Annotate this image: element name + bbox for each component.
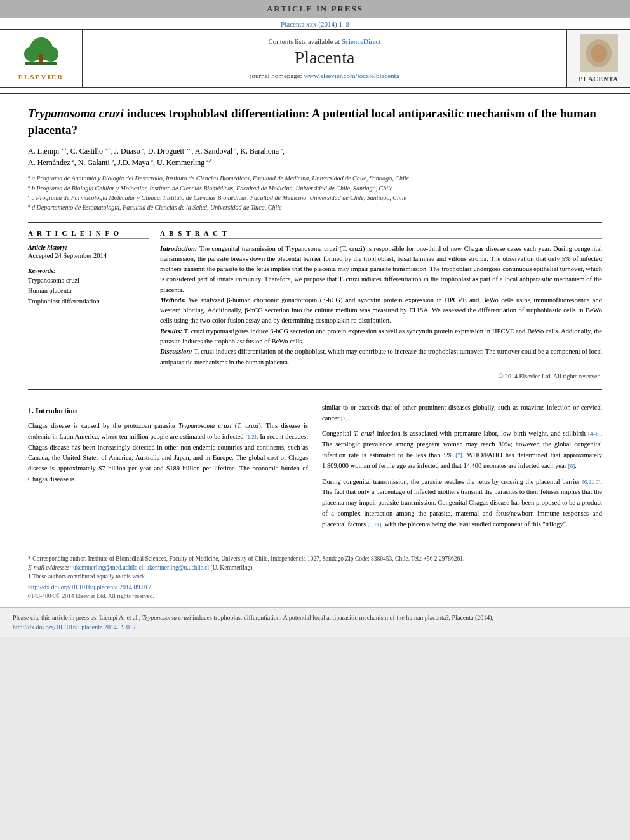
sciencedirect-text: Contents lists available at bbox=[268, 37, 340, 45]
body-col-right: similar to or exceeds that of other prom… bbox=[322, 403, 602, 530]
placenta-image bbox=[580, 34, 618, 72]
svg-point-2 bbox=[24, 46, 39, 62]
homepage-line: journal homepage: www.elsevier.com/locat… bbox=[250, 72, 399, 79]
article-title: Trypanosoma cruzi induces trophoblast di… bbox=[28, 105, 602, 138]
footnotes: * Corresponding author. Institute of Bio… bbox=[0, 542, 630, 582]
affiliation-d: d d Departamento de Estomatología, Facul… bbox=[28, 203, 602, 212]
section-divider bbox=[28, 222, 602, 223]
affiliations: a a Programa de Anatomía y Biología del … bbox=[28, 173, 602, 212]
keyword-3: Trophoblast differentiation bbox=[28, 297, 149, 307]
intro-para-2: similar to or exceeds that of other prom… bbox=[322, 403, 602, 424]
info-abstract-columns: A R T I C L E I N F O Article history: A… bbox=[28, 229, 602, 380]
body-columns: 1. Introduction Chagas disease is caused… bbox=[28, 403, 602, 530]
sciencedirect-link[interactable]: ScienceDirect bbox=[342, 37, 381, 45]
homepage-link[interactable]: www.elsevier.com/locate/placenta bbox=[304, 72, 399, 79]
journal-citation: Placenta xxx (2014) 1–8 bbox=[0, 18, 630, 29]
methods-label: Methods: bbox=[160, 297, 186, 303]
elsevier-tree-icon bbox=[19, 36, 64, 71]
banner-text: ARTICLE IN PRESS bbox=[267, 4, 363, 13]
history-label: Article history: bbox=[28, 244, 149, 251]
kemmerling-note: (U. Kemmerling). bbox=[211, 564, 254, 571]
section-number: 1. bbox=[28, 406, 34, 415]
placenta-logo-box: PLACENTA bbox=[566, 30, 630, 87]
section-title-text: Introduction bbox=[36, 406, 77, 415]
title-italic-part: Trypanosoma cruzi bbox=[28, 107, 124, 120]
citation-doi-link[interactable]: http://dx.doi.org/10.1016/j.placenta.201… bbox=[13, 623, 136, 630]
citation-bar-title: Trypanosoma cruzi bbox=[142, 614, 191, 621]
journal-center: Contents lists available at ScienceDirec… bbox=[83, 30, 566, 87]
body-content: 1. Introduction Chagas disease is caused… bbox=[0, 403, 630, 537]
email-note: E-mail addresses: ukemmerling@med.uchile… bbox=[28, 563, 602, 572]
homepage-text: journal homepage: bbox=[250, 72, 302, 79]
email-label: E-mail addresses: bbox=[28, 564, 72, 571]
email-link-2[interactable]: ukemmerling@u.uchile.cl bbox=[146, 564, 209, 571]
equal-contrib-note: 1 These authors contributed equally to t… bbox=[28, 572, 602, 581]
body-divider bbox=[28, 389, 602, 390]
abstract-header: A B S T R A C T bbox=[160, 229, 602, 239]
intro-para-4: During congenital transmission, the para… bbox=[322, 477, 602, 530]
discussion-label: Discussion: bbox=[160, 348, 192, 355]
elsevier-logo-box: ELSEVIER bbox=[0, 30, 83, 87]
results-label: Results: bbox=[160, 328, 182, 335]
keyword-2: Human placenta bbox=[28, 286, 149, 297]
copyright-bottom: 0143-4004/© 2014 Elsevier Ltd. All right… bbox=[0, 592, 630, 603]
elsevier-label: ELSEVIER bbox=[18, 73, 64, 81]
citation-bar: Please cite this article in press as: Li… bbox=[0, 607, 630, 637]
corresponding-note: * Corresponding author. Institute of Bio… bbox=[28, 554, 602, 563]
abstract-text: Introduction: The congenital transmissio… bbox=[160, 244, 602, 368]
abstract-copyright: © 2014 Elsevier Ltd. All rights reserved… bbox=[160, 373, 602, 380]
doi-link[interactable]: http://dx.doi.org/10.1016/j.placenta.201… bbox=[28, 583, 151, 590]
results-text: T. cruzi trypomastigotes induce β-hCG se… bbox=[160, 328, 602, 345]
page-wrapper: ARTICLE IN PRESS Placenta xxx (2014) 1–8… bbox=[0, 0, 630, 637]
corresponding-text: * Corresponding author. Institute of Bio… bbox=[28, 556, 464, 562]
keyword-1: Trypanosoma cruzi bbox=[28, 276, 149, 286]
sciencedirect-line: Contents lists available at ScienceDirec… bbox=[268, 37, 380, 45]
email-link-1[interactable]: ukemmerling@med.uchile.cl bbox=[73, 564, 144, 571]
affiliation-c: c c Programa de Farmacología Molecular y… bbox=[28, 193, 602, 203]
intro-para-1: Chagas disease is caused by the protozoa… bbox=[28, 421, 308, 485]
authors: A. Liempi a,1, C. Castillo a,1, J. Duaso… bbox=[28, 145, 602, 168]
article-info-column: A R T I C L E I N F O Article history: A… bbox=[28, 229, 149, 380]
discussion-text: T. cruzi induces differentiation of the … bbox=[160, 348, 602, 365]
footnote-divider bbox=[28, 550, 602, 550]
intro-para-3: Congenital T. cruzi infection is associa… bbox=[322, 429, 602, 471]
article-in-press-banner: ARTICLE IN PRESS bbox=[0, 0, 630, 18]
article-info-header: A R T I C L E I N F O bbox=[28, 229, 149, 239]
placenta-logo-text: PLACENTA bbox=[579, 75, 618, 83]
citation-bar-prefix: Please cite this article in press as: Li… bbox=[13, 614, 142, 621]
methods-text: We analyzed β-human chorionic gonadotrop… bbox=[160, 297, 602, 324]
article-content: Trypanosoma cruzi induces trophoblast di… bbox=[0, 94, 630, 403]
affiliation-b: b b Programa de Biología Celular y Molec… bbox=[28, 183, 602, 193]
journal-name: Placenta bbox=[295, 48, 355, 68]
svg-rect-4 bbox=[39, 54, 43, 63]
citation-text: Placenta xxx (2014) 1–8 bbox=[281, 20, 349, 28]
intro-label: Introduction: bbox=[160, 245, 197, 252]
info-divider bbox=[28, 263, 149, 263]
intro-text: The congenital transmission of Trypanoso… bbox=[160, 245, 602, 293]
svg-point-7 bbox=[591, 44, 607, 62]
intro-section-title: 1. Introduction bbox=[28, 405, 308, 417]
abstract-column: A B S T R A C T Introduction: The congen… bbox=[160, 229, 602, 380]
journal-header: ELSEVIER Contents lists available at Sci… bbox=[0, 29, 630, 94]
doi-section: http://dx.doi.org/10.1016/j.placenta.201… bbox=[0, 581, 630, 592]
affiliation-a: a a Programa de Anatomía y Biología del … bbox=[28, 173, 602, 183]
journal-header-inner: ELSEVIER Contents lists available at Sci… bbox=[0, 29, 630, 88]
body-col-left: 1. Introduction Chagas disease is caused… bbox=[28, 403, 308, 530]
keywords-label: Keywords: bbox=[28, 267, 149, 274]
accepted-date: Accepted 24 September 2014 bbox=[28, 252, 149, 259]
svg-point-3 bbox=[43, 46, 58, 62]
keywords-list: Trypanosoma cruzi Human placenta Trophob… bbox=[28, 276, 149, 307]
